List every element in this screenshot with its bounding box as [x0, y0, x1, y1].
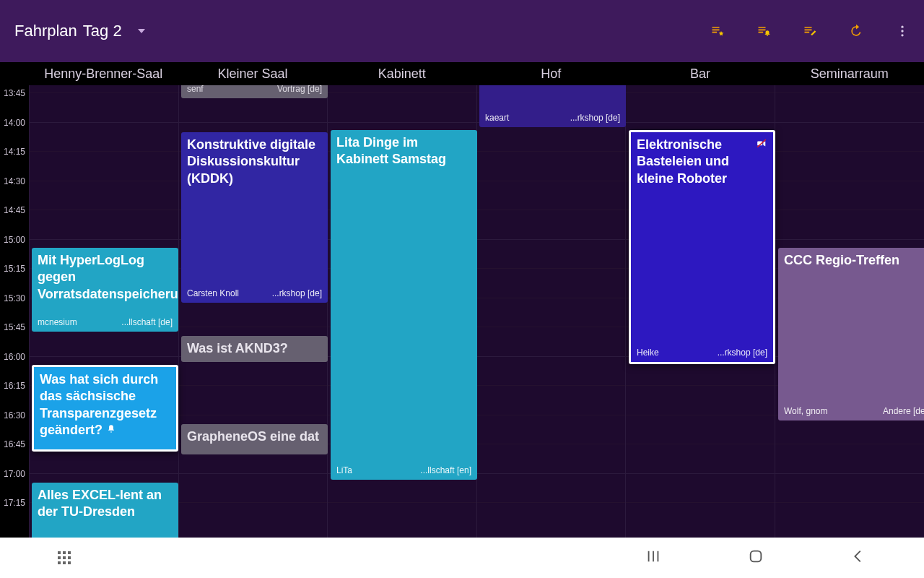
room-header: Seminarraum [775, 62, 924, 85]
time-label: 16:15 [0, 381, 29, 391]
time-label: 14:30 [0, 176, 29, 186]
event-title: Was hat sich durch das sächsische Transp… [40, 371, 170, 439]
event-speaker: senf [187, 85, 204, 95]
toolbar: Fahrplan Tag 2 [0, 0, 924, 62]
time-label: 16:30 [0, 410, 29, 420]
event-speaker: Heike [637, 348, 659, 359]
bell-icon [106, 424, 116, 434]
time-label: 15:30 [0, 293, 29, 303]
time-label: 14:45 [0, 205, 29, 215]
svg-point-0 [901, 26, 903, 28]
event-title: Mit HyperLogLog gegen Vorratsdatenspeich… [38, 252, 173, 303]
list-bell-icon[interactable] [757, 24, 771, 38]
event-speaker: Wolf, gnom [784, 406, 827, 418]
time-label: 15:00 [0, 235, 29, 245]
event-speaker: mcnesium [38, 317, 77, 329]
event-e5[interactable]: Mit HyperLogLog gegen Vorratsdatenspeich… [32, 248, 178, 332]
app-title: Fahrplan [14, 22, 77, 40]
time-gutter: 13:4514:0014:1514:3014:4515:0015:1515:30… [0, 85, 29, 538]
chevron-down-icon [138, 29, 145, 33]
event-e0[interactable]: senfVortrag [de] [181, 85, 328, 98]
room-header: Bar [626, 62, 775, 85]
recents-button[interactable] [645, 548, 661, 567]
event-meta: Andere [de] [883, 406, 924, 418]
list-edit-icon[interactable] [803, 24, 817, 38]
event-title: Alles EXCEL-lent an der TU-Dresden [38, 487, 173, 521]
room-header: Hof [476, 62, 626, 85]
room-header: Henny-Brenner-Saal [29, 62, 178, 85]
event-title: Was ist AKND3? [187, 340, 322, 357]
event-title: Lita Dinge im Kabinett Samstag [336, 134, 471, 168]
svg-point-1 [901, 30, 903, 32]
refresh-icon[interactable] [849, 24, 863, 38]
event-e1[interactable]: kaeart...rkshop [de] [479, 85, 626, 127]
app-drawer-icon[interactable] [58, 551, 71, 564]
time-label: 16:45 [0, 439, 29, 449]
event-e10[interactable]: Alles EXCEL-lent an der TU-Dresden [32, 483, 178, 538]
home-button[interactable] [748, 548, 764, 567]
event-e6[interactable]: CCC Regio-TreffenWolf, gnomAndere [de] [778, 248, 924, 420]
time-label: 15:45 [0, 322, 29, 332]
day-selector[interactable]: Tag 2 [83, 22, 145, 40]
room-header: Kabinett [327, 62, 476, 85]
time-label: 17:15 [0, 498, 29, 508]
svg-point-2 [901, 34, 903, 36]
room-headers: Henny-Brenner-Saal Kleiner Saal Kabinett… [0, 62, 924, 85]
back-button[interactable] [850, 548, 866, 567]
time-label: 13:45 [0, 88, 29, 98]
schedule-grid[interactable]: 13:4514:0014:1514:3014:4515:0015:1515:30… [0, 85, 924, 538]
event-title: Konstruktive digitale Diskussionskultur … [187, 137, 322, 187]
time-label: 16:00 [0, 352, 29, 362]
event-meta: ...llschaft [de] [121, 317, 173, 329]
event-speaker: LiTa [336, 465, 352, 477]
event-e3[interactable]: Lita Dinge im Kabinett SamstagLiTa...lls… [331, 130, 477, 480]
day-label: Tag 2 [83, 22, 122, 40]
event-meta: Vortrag [de] [277, 85, 322, 95]
overflow-menu-icon[interactable] [895, 24, 910, 38]
event-meta: ...llschaft [en] [420, 465, 471, 477]
event-meta: ...rkshop [de] [570, 113, 620, 124]
time-label: 17:00 [0, 469, 29, 479]
event-speaker: kaeart [485, 113, 509, 124]
no-video-icon [756, 137, 767, 153]
event-e8[interactable]: Was hat sich durch das sächsische Transp… [32, 365, 178, 452]
event-e2[interactable]: Konstruktive digitale Diskussionskultur … [181, 132, 328, 303]
room-header: Kleiner Saal [178, 62, 328, 85]
time-label: 14:15 [0, 147, 29, 157]
event-meta: ...rkshop [de] [272, 288, 322, 300]
event-e4[interactable]: Elektronische Basteleien und kleine Robo… [629, 130, 775, 364]
event-title: CCC Regio-Treffen [784, 252, 924, 269]
time-label: 14:00 [0, 118, 29, 128]
svg-rect-5 [751, 551, 762, 562]
event-speaker: Carsten Knoll [187, 288, 239, 300]
event-title: GrapheneOS eine dat [187, 428, 322, 445]
event-e9[interactable]: GrapheneOS eine dat [181, 424, 328, 454]
time-label: 15:15 [0, 264, 29, 274]
list-star-icon[interactable] [710, 24, 725, 38]
event-meta: ...rkshop [de] [718, 348, 767, 359]
event-e7[interactable]: Was ist AKND3? [181, 336, 328, 362]
system-navbar [0, 538, 924, 578]
event-title: Elektronische Basteleien und kleine Robo… [637, 137, 767, 187]
